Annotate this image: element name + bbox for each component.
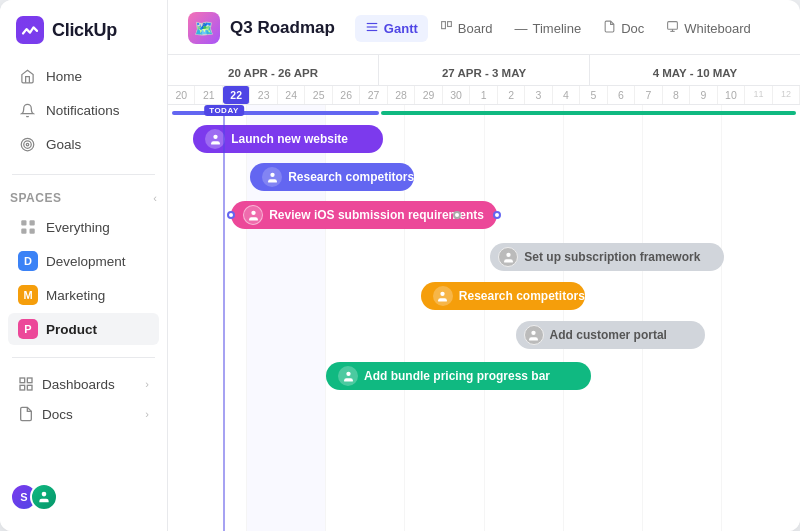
spaces-section-header: Spaces ‹ — [0, 185, 167, 209]
dashboards-label: Dashboards — [42, 377, 115, 392]
whiteboard-tab-icon — [666, 20, 679, 36]
day-6may: 6 — [608, 86, 635, 104]
sidebar-item-development[interactable]: D Development — [8, 245, 159, 277]
svg-rect-10 — [20, 385, 25, 390]
day-29: 29 — [415, 86, 442, 104]
gantt-bar-portal[interactable]: Add customer portal — [516, 321, 706, 349]
tab-doc[interactable]: Doc — [593, 15, 654, 41]
svg-point-22 — [270, 172, 274, 176]
bar-label-portal: Add customer portal — [550, 328, 667, 342]
gantt-tab-icon — [365, 20, 379, 37]
user-avatar-secondary[interactable] — [30, 483, 58, 511]
logo-area: ClickUp — [0, 0, 167, 56]
bar-label-subscription: Set up subscription framework — [524, 250, 700, 264]
svg-point-21 — [213, 134, 217, 138]
gantt-bar-launch[interactable]: Launch new website — [193, 125, 383, 153]
sidebar-item-dashboards[interactable]: Dashboards › — [8, 370, 159, 398]
day-8may: 8 — [663, 86, 690, 104]
spaces-label: Spaces — [10, 191, 61, 205]
product-dot: P — [18, 319, 38, 339]
sidebar-item-docs[interactable]: Docs › — [8, 400, 159, 428]
day-23: 23 — [250, 86, 277, 104]
spaces-list: Everything D Development M Marketing P P… — [0, 209, 167, 347]
marketing-label: Marketing — [46, 288, 105, 303]
bar-label-research2: Research competitors — [459, 289, 585, 303]
gantt-bar-research1[interactable]: Research competitors — [250, 163, 414, 191]
svg-rect-18 — [668, 22, 678, 30]
bar-avatar-research2 — [433, 286, 453, 306]
tab-timeline[interactable]: — Timeline — [505, 16, 592, 41]
timeline-tab-icon: — — [515, 21, 528, 36]
development-label: Development — [46, 254, 126, 269]
gantt-area: 20 APR - 26 APR 27 APR - 3 MAY 4 MAY - 1… — [168, 55, 800, 531]
svg-point-24 — [506, 252, 510, 256]
sidebar-item-product[interactable]: P Product — [8, 313, 159, 345]
tab-board[interactable]: Board — [430, 15, 503, 41]
dashboards-icon — [18, 376, 34, 392]
day-26: 26 — [333, 86, 360, 104]
development-dot: D — [18, 251, 38, 271]
home-icon — [18, 67, 36, 85]
doc-tab-icon — [603, 20, 616, 36]
date-range-week1: 20 APR - 26 APR — [168, 55, 379, 85]
goals-label: Goals — [46, 137, 81, 152]
grid-col-1 — [168, 105, 247, 531]
day-22-today: 22 — [223, 86, 250, 104]
day-20: 20 — [168, 86, 195, 104]
bar-avatar-portal — [524, 325, 544, 345]
week3-range: 4 MAY - 10 MAY — [653, 67, 738, 79]
svg-rect-16 — [441, 22, 445, 29]
tab-bar: Gantt Board — Timeline Doc — [355, 15, 780, 42]
grid-col-8 — [722, 105, 800, 531]
progress-bar-blue — [172, 111, 379, 115]
bell-icon — [18, 101, 36, 119]
grid-col-7 — [643, 105, 722, 531]
sidebar-item-marketing[interactable]: M Marketing — [8, 279, 159, 311]
sidebar-bottom-nav: Dashboards › Docs › — [0, 368, 167, 430]
gantt-body: Launch new website Research competitors — [168, 105, 800, 531]
svg-rect-6 — [21, 229, 26, 234]
spaces-arrow-icon[interactable]: ‹ — [153, 192, 157, 204]
svg-rect-7 — [30, 229, 35, 234]
day-9may: 9 — [690, 86, 717, 104]
everything-label: Everything — [46, 220, 110, 235]
svg-point-23 — [251, 210, 255, 214]
gantt-bar-research2[interactable]: Research competitors — [421, 282, 585, 310]
progress-bar-green — [381, 111, 796, 115]
bar-label-launch: Launch new website — [231, 132, 348, 146]
date-range-week3: 4 MAY - 10 MAY — [590, 55, 800, 85]
tab-whiteboard[interactable]: Whiteboard — [656, 15, 760, 41]
main-content: 🗺️ Q3 Roadmap Gantt Board — Tim — [168, 0, 800, 531]
gantt-date-header: 20 APR - 26 APR 27 APR - 3 MAY 4 MAY - 1… — [168, 55, 800, 86]
sidebar-item-everything[interactable]: Everything — [8, 211, 159, 243]
tab-gantt[interactable]: Gantt — [355, 15, 428, 42]
app-container: ClickUp Home Notifications Goals — [0, 0, 800, 531]
day-7may: 7 — [635, 86, 662, 104]
gantt-bar-subscription[interactable]: Set up subscription framework — [490, 243, 724, 271]
day-12may: 12 — [773, 86, 800, 104]
grid-col-6 — [564, 105, 643, 531]
svg-rect-4 — [21, 220, 26, 225]
sidebar-item-home[interactable]: Home — [8, 60, 159, 92]
doc-tab-label: Doc — [621, 21, 644, 36]
sidebar-divider-2 — [12, 357, 155, 358]
board-tab-icon — [440, 20, 453, 36]
sidebar-main-nav: Home Notifications Goals — [0, 56, 167, 164]
svg-point-12 — [42, 492, 47, 497]
gantt-days-row: 20 21 22 23 24 25 26 27 28 29 30 1 2 3 4… — [168, 86, 800, 105]
sidebar-item-notifications[interactable]: Notifications — [8, 94, 159, 126]
gantt-bar-bundle[interactable]: Add bundle pricing progress bar — [326, 362, 591, 390]
docs-icon — [18, 406, 34, 422]
bar-avatar-subscription — [498, 247, 518, 267]
svg-point-27 — [346, 371, 350, 375]
gantt-row-subscription: Set up subscription framework — [490, 241, 724, 273]
docs-arrow: › — [145, 408, 149, 420]
sidebar-item-goals[interactable]: Goals — [8, 128, 159, 160]
gantt-row-research1: Research competitors — [250, 161, 414, 193]
sidebar-divider — [12, 174, 155, 175]
day-1may: 1 — [470, 86, 497, 104]
svg-rect-11 — [27, 385, 32, 390]
today-line — [223, 105, 225, 531]
svg-rect-17 — [447, 22, 451, 27]
whiteboard-tab-label: Whiteboard — [684, 21, 750, 36]
